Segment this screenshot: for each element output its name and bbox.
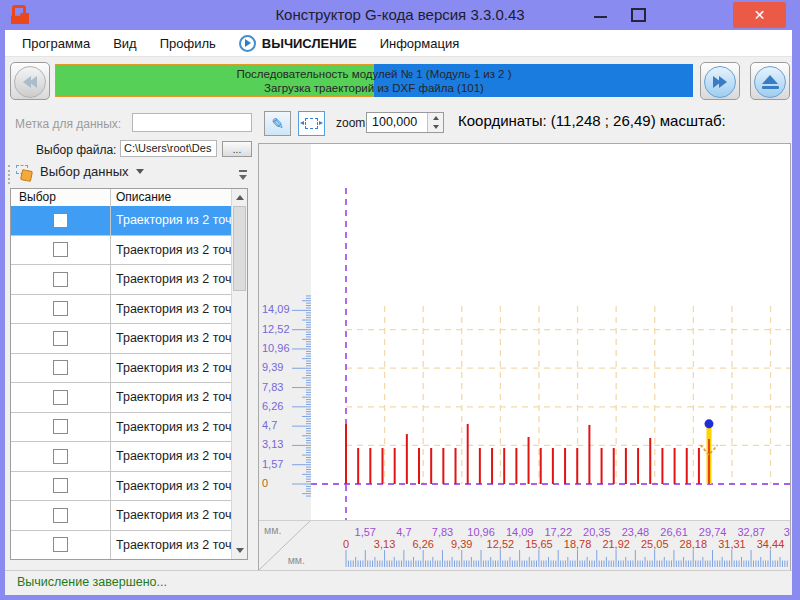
row-description: Траектория из 2 точ... bbox=[111, 413, 232, 442]
menu-item-4[interactable]: Информация bbox=[380, 36, 460, 51]
toolbar-grip[interactable] bbox=[8, 165, 13, 184]
x-axis-tick-label-lower: 21,92 bbox=[602, 538, 630, 550]
row-checkbox[interactable] bbox=[53, 360, 68, 375]
file-label: Выбор файла: bbox=[36, 143, 116, 157]
row-checkbox[interactable] bbox=[53, 301, 68, 316]
table-row[interactable]: Траектория из 2 точ... bbox=[11, 383, 232, 413]
pencil-icon: ✎ bbox=[271, 116, 284, 131]
table-row[interactable]: Траектория из 2 точ... bbox=[11, 413, 232, 443]
scrollbar-thumb[interactable] bbox=[233, 206, 246, 291]
x-axis-tick-label-lower: 9,39 bbox=[451, 538, 472, 550]
status-text: Вычисление завершено... bbox=[17, 575, 167, 589]
scroll-down-button[interactable] bbox=[232, 543, 247, 558]
table-row[interactable]: Траектория из 2 точ... bbox=[11, 531, 232, 560]
table-row[interactable]: Траектория из 2 точ... bbox=[11, 324, 232, 354]
data-label-input[interactable] bbox=[132, 113, 252, 132]
x-axis-tick-label-lower: 12,52 bbox=[487, 538, 515, 550]
status-bar: Вычисление завершено... bbox=[5, 570, 792, 595]
x-axis-tick-label-upper: 32,87 bbox=[737, 526, 765, 538]
eject-button[interactable] bbox=[750, 62, 790, 100]
row-checkbox[interactable] bbox=[53, 449, 68, 464]
horizontal-ruler: 03,136,269,3912,5215,6518,7821,9225,0528… bbox=[311, 520, 790, 570]
row-checkbox[interactable] bbox=[53, 242, 68, 257]
column-header-select[interactable]: Выбор bbox=[11, 189, 111, 206]
spinner-up-button[interactable] bbox=[428, 113, 443, 123]
row-checkbox[interactable] bbox=[53, 272, 68, 287]
x-axis-tick-label-upper: 1,57 bbox=[355, 526, 376, 538]
x-axis-tick-label-lower: 15,65 bbox=[525, 538, 553, 550]
table-row[interactable]: Траектория из 2 точ... bbox=[11, 206, 232, 236]
table-row[interactable]: Траектория из 2 точ... bbox=[11, 236, 232, 266]
x-axis-tick-label-upper: 10,96 bbox=[467, 526, 495, 538]
rewind-icon bbox=[14, 66, 46, 98]
fast-forward-icon bbox=[704, 66, 736, 98]
browse-button[interactable]: ... bbox=[222, 141, 252, 157]
column-header-description[interactable]: Описание bbox=[111, 189, 247, 206]
maximize-button[interactable] bbox=[631, 8, 646, 22]
minimize-icon bbox=[594, 16, 607, 18]
row-description: Траектория из 2 точ... bbox=[111, 472, 232, 501]
row-checkbox[interactable] bbox=[53, 213, 68, 228]
table-row[interactable]: Траектория из 2 точ... bbox=[11, 265, 232, 295]
row-checkbox[interactable] bbox=[53, 419, 68, 434]
plot-area[interactable] bbox=[311, 144, 790, 520]
table-row[interactable]: Траектория из 2 точ... bbox=[11, 501, 232, 531]
table-row[interactable]: Траектория из 2 точ... bbox=[11, 472, 232, 502]
window-title: Конструктор G-кода версия 3.3.0.43 bbox=[0, 0, 800, 30]
vertical-ruler: 01,573,134,76,267,839,3910,9612,5214,09 bbox=[259, 144, 311, 520]
table-row[interactable]: Траектория из 2 точ... bbox=[11, 442, 232, 472]
fit-view-button[interactable] bbox=[298, 111, 325, 136]
row-checkbox[interactable] bbox=[53, 390, 68, 405]
y-axis-tick-label: 10,96 bbox=[262, 342, 290, 354]
prev-module-button[interactable] bbox=[10, 62, 50, 100]
table-scrollbar[interactable] bbox=[231, 189, 247, 559]
row-description: Траектория из 2 точ... bbox=[111, 354, 232, 383]
y-axis-tick-label: 9,39 bbox=[262, 361, 283, 373]
progress-line1: Последовательность модулей № 1 (Модуль 1… bbox=[55, 67, 693, 81]
row-checkbox[interactable] bbox=[53, 478, 68, 493]
file-path-input[interactable]: C:\Users\root\Des bbox=[120, 140, 217, 157]
zoom-input[interactable]: 100,000 bbox=[366, 112, 444, 133]
row-description: Траектория из 2 точ... bbox=[111, 265, 232, 294]
minimize-button[interactable] bbox=[586, 4, 614, 26]
zoom-label: zoom bbox=[336, 116, 365, 130]
select-data-button[interactable]: Выбор данных bbox=[40, 164, 144, 179]
x-axis-tick-label-upper: 29,74 bbox=[699, 526, 727, 538]
spinner-down-button[interactable] bbox=[428, 123, 443, 133]
play-circle-icon bbox=[239, 35, 256, 52]
toolbar-overflow-button[interactable] bbox=[236, 166, 250, 185]
fit-selection-icon bbox=[305, 118, 318, 129]
menu-item-3[interactable]: ВЫЧИСЛЕНИЕ bbox=[239, 35, 357, 52]
ruler-corner: мм. мм. bbox=[259, 520, 311, 570]
progress-text: Последовательность модулей № 1 (Модуль 1… bbox=[55, 64, 693, 97]
y-axis-tick-label: 4,7 bbox=[262, 419, 277, 431]
row-description: Траектория из 2 точ... bbox=[111, 531, 232, 560]
y-axis-tick-label: 0 bbox=[262, 477, 268, 489]
x-axis-tick-label-upper: 23,48 bbox=[622, 526, 650, 538]
row-description: Траектория из 2 точ... bbox=[111, 295, 232, 324]
table-row[interactable]: Траектория из 2 точ... bbox=[11, 295, 232, 325]
x-axis-tick-label-lower: 0 bbox=[343, 538, 349, 550]
menu-item-2[interactable]: Профиль bbox=[160, 36, 216, 51]
y-unit-label: мм. bbox=[264, 524, 281, 536]
next-module-button[interactable] bbox=[700, 62, 740, 100]
table-row[interactable]: Траектория из 2 точ... bbox=[11, 354, 232, 384]
x-axis-tick-label-lower: 6,26 bbox=[412, 538, 433, 550]
menu-item-0[interactable]: Программа bbox=[22, 36, 90, 51]
menu-item-1[interactable]: Вид bbox=[113, 36, 137, 51]
row-checkbox[interactable] bbox=[53, 508, 68, 523]
row-checkbox[interactable] bbox=[53, 331, 68, 346]
x-axis-tick-label-upper: 20,35 bbox=[583, 526, 611, 538]
titlebar: Конструктор G-кода версия 3.3.0.43 ✕ bbox=[0, 0, 800, 30]
row-description: Траектория из 2 точ... bbox=[111, 442, 232, 471]
scroll-up-button[interactable] bbox=[232, 190, 247, 205]
chevron-down-icon bbox=[136, 169, 144, 174]
x-unit-label: мм. bbox=[288, 554, 305, 566]
zoom-spinner bbox=[427, 113, 443, 132]
edit-button[interactable]: ✎ bbox=[264, 111, 291, 136]
row-checkbox[interactable] bbox=[53, 537, 68, 552]
x-axis-tick-label-lower: 34,44 bbox=[757, 538, 785, 550]
x-axis-tick-label-lower: 18,78 bbox=[564, 538, 592, 550]
y-axis-tick-label: 6,26 bbox=[262, 400, 283, 412]
close-button[interactable]: ✕ bbox=[733, 2, 786, 28]
